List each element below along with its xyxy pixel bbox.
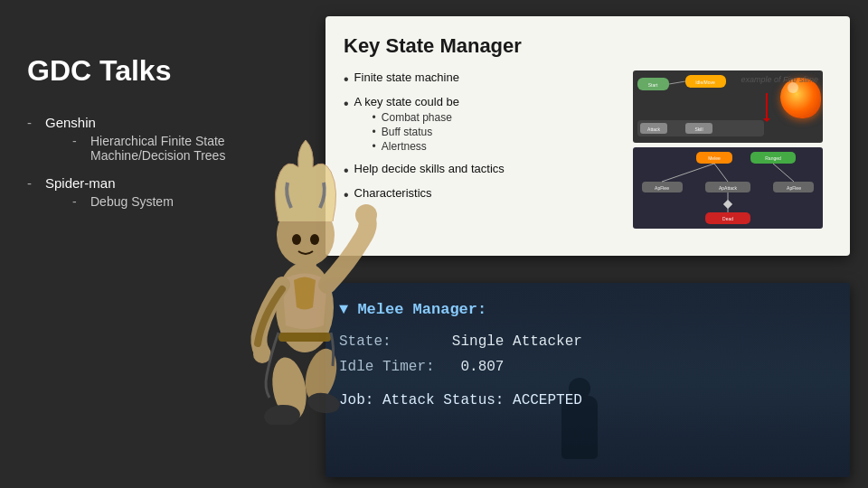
diagram-bottom: Melee Ranged ApFlee ApAttack ApFlee Dead: [633, 147, 823, 229]
bullet-keystate-text: A key state could be: [354, 95, 459, 108]
dash-icon: -: [27, 115, 38, 130]
slide-content: • Finite state machine • A key state cou…: [344, 70, 832, 229]
diagram-top: Start Idle/Move Attack Skill: [633, 70, 823, 143]
bullet-finite-text: Finite state machine: [354, 70, 459, 84]
svg-text:Idle/Move: Idle/Move: [695, 80, 715, 85]
nav-genshin-label: Genshin: [45, 115, 96, 130]
svg-marker-40: [723, 200, 732, 209]
character-svg: [217, 108, 398, 425]
character-area: [217, 108, 398, 425]
svg-line-16: [669, 81, 685, 84]
svg-text:ApAttack: ApAttack: [719, 185, 738, 191]
svg-text:Skill: Skill: [694, 127, 703, 132]
debug-panel: ▼ Melee Manager: State: Single Attacker …: [326, 283, 850, 477]
svg-text:Start: Start: [648, 82, 658, 88]
svg-line-37: [714, 164, 728, 182]
slide-panel: Key State Manager • Finite state machine…: [326, 16, 850, 256]
fire-slime-label: example of Fire slime: [741, 75, 818, 84]
nav-sub-debug: - Debug System: [72, 194, 174, 209]
svg-text:Melee: Melee: [708, 155, 721, 161]
debug-state-value: Single Attacker: [452, 333, 582, 350]
svg-point-10: [292, 234, 301, 245]
svg-marker-23: [763, 118, 770, 122]
sub-dash-icon: -: [72, 134, 83, 148]
svg-point-11: [310, 234, 319, 245]
nav-debug-label: Debug System: [90, 194, 174, 209]
slide-right: Start Idle/Move Attack Skill: [633, 70, 832, 229]
debug-background: ▼ Melee Manager: State: Single Attacker …: [326, 283, 850, 477]
svg-line-38: [773, 164, 794, 182]
svg-text:ApFlee: ApFlee: [787, 185, 801, 191]
nav-spiderman-label: Spider-man: [45, 175, 116, 191]
nav-spiderman-sub: - Debug System: [72, 194, 174, 209]
svg-rect-5: [278, 333, 331, 342]
svg-point-6: [355, 204, 377, 226]
svg-line-36: [662, 164, 714, 182]
svg-text:Ranged: Ranged: [765, 155, 781, 161]
svg-point-7: [253, 345, 271, 363]
page-title: GDC Talks: [27, 54, 298, 88]
svg-text:Attack: Attack: [647, 127, 660, 132]
slide-title: Key State Manager: [344, 34, 832, 58]
svg-text:ApFlee: ApFlee: [655, 185, 669, 191]
debug-idle-value: 0.807: [460, 359, 504, 375]
sub-dash-icon-2: -: [72, 194, 83, 209]
dash-icon-2: -: [27, 175, 38, 191]
bullet-finite: • Finite state machine: [344, 70, 619, 88]
svg-text:Dead: Dead: [722, 216, 733, 221]
diagram-bottom-svg: Melee Ranged ApFlee ApAttack ApFlee Dead: [633, 147, 823, 229]
